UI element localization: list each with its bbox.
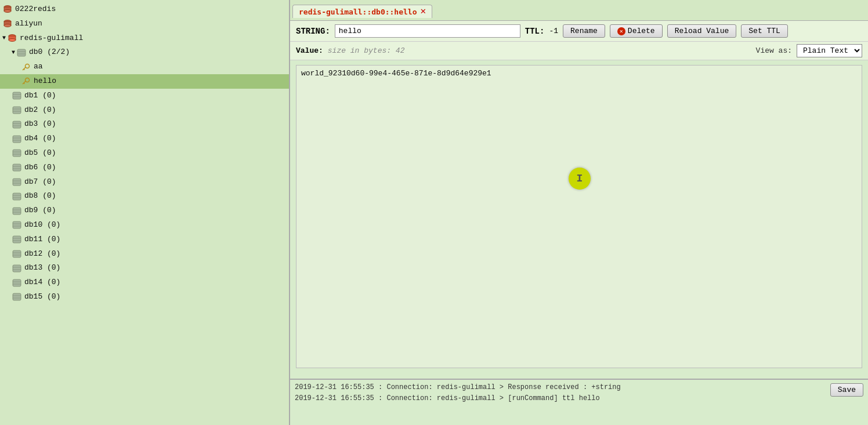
db-icon <box>12 292 22 302</box>
ttl-value: -1 <box>549 27 558 35</box>
sidebar-item-label: db11 (0) <box>24 234 60 246</box>
sidebar-item-db1[interactable]: db1 (0) <box>0 89 289 103</box>
sidebar-item-label: db3 (0) <box>24 118 56 130</box>
sidebar-item-db8[interactable]: db8 (0) <box>0 189 289 204</box>
sidebar-item-label: hello <box>34 75 56 88</box>
svg-rect-54 <box>13 265 21 272</box>
log-content: 2019-12-31 16:55:35 : Connection: redis-… <box>290 380 868 406</box>
ttl-label: TTL: <box>525 27 545 36</box>
sidebar-item-label: db8 (0) <box>24 190 56 202</box>
value-textarea[interactable] <box>296 65 862 368</box>
sidebar-item-db0[interactable]: ▼ db0 (2/2) <box>0 45 289 60</box>
sidebar-item-db12[interactable]: db12 (0) <box>0 247 289 261</box>
db-icon <box>12 105 22 115</box>
db-icon <box>12 278 22 288</box>
svg-rect-51 <box>13 250 21 257</box>
db-icon <box>12 119 22 130</box>
sidebar-item-aa[interactable]: aa <box>0 60 289 74</box>
db-icon <box>12 263 22 274</box>
sidebar-item-db14[interactable]: db14 (0) <box>0 275 289 290</box>
value-label: Value: <box>296 46 323 55</box>
server-icon <box>7 33 17 43</box>
sidebar-item-db6[interactable]: db6 (0) <box>0 161 289 175</box>
sidebar-item-label: db9 (0) <box>24 205 56 217</box>
sidebar-item-db15[interactable]: db15 (0) <box>0 290 289 304</box>
delete-button[interactable]: ✕ Delete <box>610 24 663 38</box>
sidebar-item-label: db12 (0) <box>24 248 60 260</box>
tab-bar: redis-gulimall::db0::hello ✕ <box>290 0 868 21</box>
tab-label: redis-gulimall::db0::hello <box>299 8 417 16</box>
svg-point-15 <box>26 78 30 82</box>
sidebar-item-db10[interactable]: db10 (0) <box>0 218 289 233</box>
sidebar-item-db5[interactable]: db5 (0) <box>0 146 289 161</box>
type-label: STRING: <box>296 27 330 36</box>
tab-close-button[interactable]: ✕ <box>421 7 426 16</box>
sidebar-item-aliyun[interactable]: aliyun <box>0 17 289 31</box>
toolbar: STRING: TTL: -1 Rename ✕ Delete Reload V… <box>290 21 868 42</box>
view-as-label: View as: <box>756 46 792 55</box>
db-icon <box>12 177 22 187</box>
sidebar-item-db13[interactable]: db13 (0) <box>0 261 289 275</box>
server-icon <box>2 4 13 14</box>
db-icon <box>12 162 22 173</box>
sidebar: 0222redis aliyun ▼ r <box>0 0 290 425</box>
log-area: 2019-12-31 16:55:35 : Connection: redis-… <box>290 379 868 425</box>
svg-rect-24 <box>13 121 21 128</box>
value-hint: size in bytes: 42 <box>328 46 405 55</box>
sidebar-item-db7[interactable]: db7 (0) <box>0 175 289 190</box>
tab-hello[interactable]: redis-gulimall::db0::hello ✕ <box>292 5 432 18</box>
svg-rect-9 <box>17 49 26 56</box>
svg-point-5 <box>4 24 11 27</box>
sidebar-item-label: db4 (0) <box>24 133 56 145</box>
sidebar-item-db2[interactable]: db2 (0) <box>0 103 289 118</box>
svg-rect-45 <box>13 221 21 228</box>
reload-value-button[interactable]: Reload Value <box>667 24 737 38</box>
sidebar-item-label: db0 (2/2) <box>29 46 70 59</box>
key-icon <box>21 76 31 86</box>
svg-rect-39 <box>13 193 21 200</box>
sidebar-item-label: redis-gulimall <box>20 32 83 45</box>
sidebar-item-label: aa <box>34 61 43 73</box>
sidebar-item-redis-gulimall[interactable]: ▼ redis-gulimall <box>0 31 289 46</box>
view-as-select[interactable]: Plain Text <box>797 44 862 57</box>
svg-rect-48 <box>13 236 21 243</box>
expand-arrow: ▼ <box>12 48 15 57</box>
save-button[interactable]: Save <box>830 383 863 397</box>
svg-rect-60 <box>13 293 21 300</box>
db-icon <box>12 90 22 101</box>
save-btn-wrap: Save <box>830 383 863 397</box>
sidebar-item-0222redis[interactable]: 0222redis <box>0 2 289 17</box>
sidebar-item-hello[interactable]: hello <box>0 74 289 89</box>
sidebar-item-label: aliyun <box>15 18 42 30</box>
db-icon <box>12 234 22 245</box>
svg-line-17 <box>24 83 25 84</box>
key-input[interactable] <box>335 24 520 38</box>
expand-arrow: ▼ <box>2 34 6 43</box>
svg-rect-21 <box>13 107 21 114</box>
svg-rect-27 <box>13 136 21 143</box>
svg-rect-42 <box>13 208 21 215</box>
sidebar-item-db9[interactable]: db9 (0) <box>0 204 289 218</box>
sidebar-item-label: db6 (0) <box>24 162 56 174</box>
set-ttl-button[interactable]: Set TTL <box>741 24 788 38</box>
sidebar-item-db4[interactable]: db4 (0) <box>0 132 289 146</box>
sidebar-item-label: db15 (0) <box>24 291 60 303</box>
db-icon <box>12 191 22 202</box>
sidebar-item-label: db14 (0) <box>24 277 60 289</box>
tree-container: 0222redis aliyun ▼ r <box>0 0 289 425</box>
key-icon <box>21 62 31 72</box>
delete-icon: ✕ <box>617 27 625 35</box>
db-icon <box>12 206 22 216</box>
svg-rect-30 <box>13 150 21 157</box>
sidebar-item-db11[interactable]: db11 (0) <box>0 233 289 247</box>
db-icon <box>12 134 22 144</box>
svg-rect-33 <box>13 164 21 171</box>
sidebar-item-label: db2 (0) <box>24 104 56 117</box>
db-icon <box>12 220 22 230</box>
sidebar-item-db3[interactable]: db3 (0) <box>0 117 289 132</box>
db-icon <box>12 148 22 158</box>
rename-button[interactable]: Rename <box>563 24 605 38</box>
db-icon <box>12 249 22 259</box>
sidebar-item-label: db10 (0) <box>24 219 60 231</box>
svg-point-8 <box>9 38 16 41</box>
